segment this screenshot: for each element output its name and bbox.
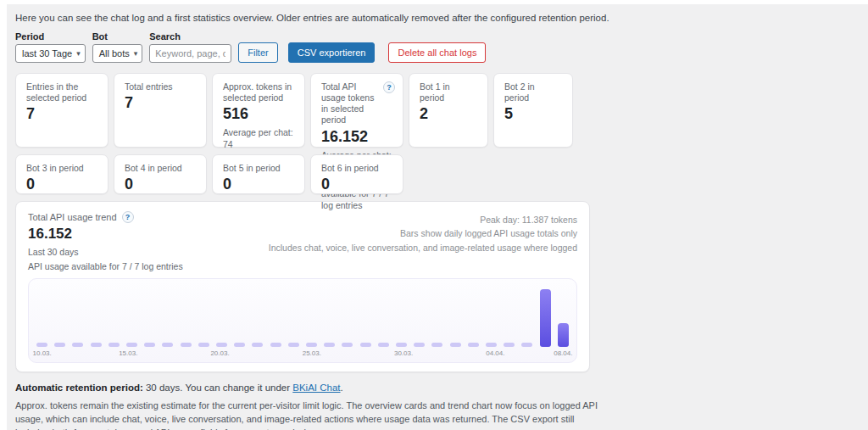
- stat-card-value: 0: [26, 176, 97, 193]
- stat-card-bot2: Bot 2 in period 5: [493, 73, 573, 148]
- period-field: Period last 30 Tage ▾: [15, 31, 86, 63]
- help-icon[interactable]: ?: [122, 211, 134, 223]
- chart-bar-zero: [450, 343, 461, 347]
- stat-card-value: 16.152: [321, 128, 392, 146]
- period-select[interactable]: last 30 Tage ▾: [15, 44, 86, 63]
- chart-bar-zero: [504, 343, 515, 347]
- stat-card-value: 7: [26, 105, 97, 123]
- stat-card-bot4: Bot 4 in period 0: [114, 154, 207, 194]
- chart-bar-zero: [216, 343, 227, 347]
- stat-card-title: Bot 3 in period: [26, 163, 97, 174]
- trend-header-left: Total API usage trend ? 16.152 Last 30 d…: [28, 211, 183, 271]
- api-usage-trend-card: Total API usage trend ? 16.152 Last 30 d…: [15, 201, 590, 372]
- chart-bar-zero: [162, 343, 173, 347]
- trend-header: Total API usage trend ? 16.152 Last 30 d…: [28, 211, 577, 271]
- x-axis-tick-label: 20.03.: [210, 349, 229, 357]
- stat-card-value: 0: [223, 176, 294, 193]
- help-icon[interactable]: ?: [383, 81, 395, 93]
- chart-bar-zero: [108, 343, 120, 347]
- chart-bar-zero: [342, 343, 353, 347]
- chart-bar-zero: [252, 343, 263, 347]
- stat-card-title: Entries in the selected period: [26, 81, 97, 103]
- bkiai-chat-settings-link[interactable]: BKiAI Chat: [292, 383, 340, 393]
- chart-bar-zero: [270, 343, 281, 347]
- chart-bar-zero: [521, 343, 532, 347]
- trend-title: Total API usage trend: [28, 212, 117, 222]
- stat-card-title: Bot 4 in period: [125, 163, 196, 174]
- chart-bars: [36, 286, 569, 347]
- retention-note-bold: Automatic retention period:: [15, 383, 143, 393]
- chart-bar-zero: [234, 343, 245, 347]
- stat-card-title: Bot 1 in period: [420, 81, 477, 103]
- stat-card-bot1: Bot 1 in period 2: [409, 73, 488, 148]
- search-label: Search: [149, 31, 231, 42]
- intro-text: Here you can see the chat log and a firs…: [15, 13, 864, 23]
- trend-note-bars: Bars show daily logged API usage totals …: [269, 226, 577, 240]
- stat-card-value: 7: [125, 94, 196, 112]
- chart-bar-zero: [468, 343, 479, 347]
- bot-field: Bot All bots ▾: [92, 31, 143, 63]
- stat-card-value: 2: [420, 105, 477, 123]
- stat-card-bot5: Bot 5 in period 0: [212, 154, 305, 194]
- chart-bar-zero: [306, 343, 317, 347]
- stat-card-entries-period: Entries in the selected period 7: [15, 73, 108, 148]
- filter-button[interactable]: Filter: [238, 42, 277, 63]
- trend-subtext: API usage available for 7 / 7 log entrie…: [28, 261, 183, 271]
- stat-card-title: Total entries: [125, 81, 196, 92]
- stat-card-title: Bot 2 in period: [504, 81, 562, 103]
- stat-card-title: Approx. tokens in selected period: [223, 81, 294, 103]
- stat-card-title: Bot 6 in period: [321, 163, 392, 174]
- api-usage-bar-chart: 10.03.15.03.20.03.25.03.30.03.04.04.08.0…: [28, 278, 577, 363]
- stat-card-value: 516: [223, 105, 294, 123]
- bot-label: Bot: [92, 31, 143, 42]
- chevron-down-icon: ▾: [76, 50, 81, 58]
- retention-note-end: .: [341, 383, 343, 393]
- chart-bar: [540, 289, 551, 347]
- search-field: Search: [149, 31, 231, 63]
- stat-cards-row-2: Bot 3 in period 0 Bot 4 in period 0 Bot …: [15, 154, 864, 194]
- chart-bar-zero: [486, 343, 497, 347]
- chart-x-axis-ticks: 10.03.15.03.20.03.25.03.30.03.04.04.08.0…: [36, 349, 569, 358]
- stat-card-title: Bot 5 in period: [223, 163, 294, 174]
- tokens-description: Approx. tokens remain the existing estim…: [15, 399, 609, 430]
- trend-note-peak: Peak day: 11.387 tokens: [269, 213, 577, 226]
- chart-bar-zero: [431, 343, 442, 347]
- chart-bar-zero: [54, 343, 65, 347]
- x-axis-tick-label: 30.03.: [394, 349, 413, 357]
- x-axis-tick-label: 08.04.: [554, 349, 572, 357]
- x-axis-tick-label: 15.03.: [119, 349, 137, 357]
- chart-bar-zero: [126, 343, 137, 347]
- x-axis-tick-label: 10.03.: [33, 349, 52, 357]
- bot-select-value: All bots: [99, 48, 130, 59]
- trend-note-includes: Includes chat, voice, live conversation,…: [269, 241, 577, 254]
- bot-select[interactable]: All bots ▾: [92, 44, 143, 63]
- x-axis-tick-label: 04.04.: [486, 349, 504, 357]
- chart-bar-zero: [414, 343, 425, 347]
- delete-all-chat-logs-button[interactable]: Delete all chat logs: [388, 42, 486, 63]
- retention-note: Automatic retention period: 30 days. You…: [15, 383, 864, 393]
- chart-bar-zero: [324, 343, 335, 347]
- chart-bar-zero: [360, 343, 371, 347]
- search-input[interactable]: [149, 44, 231, 63]
- trend-subtext: Last 30 days: [28, 247, 183, 257]
- stat-card-api-usage-tokens: ? Total API usage tokens in selected per…: [310, 73, 403, 148]
- stat-card-approx-tokens: Approx. tokens in selected period 516 Av…: [212, 73, 305, 148]
- stat-card-value: 0: [321, 176, 392, 193]
- csv-export-button[interactable]: CSV exportieren: [288, 42, 376, 63]
- chart-bar-zero: [91, 343, 102, 347]
- chart-bar-zero: [198, 343, 209, 347]
- chart-bar: [558, 323, 569, 347]
- x-axis-tick-label: 25.03.: [303, 349, 321, 357]
- trend-notes: Peak day: 11.387 tokens Bars show daily …: [269, 213, 577, 271]
- retention-note-mid: 30 days. You can change it under: [143, 383, 292, 393]
- period-select-value: last 30 Tage: [22, 48, 72, 59]
- filter-bar: Period last 30 Tage ▾ Bot All bots ▾ Sea…: [15, 31, 864, 63]
- stat-card-bot3: Bot 3 in period 0: [15, 154, 108, 194]
- chart-bar-zero: [378, 343, 389, 347]
- chart-bar-zero: [144, 343, 155, 347]
- stat-card-subtext: Average per chat: 74: [223, 127, 294, 150]
- stat-card-bot6: Bot 6 in period 0: [310, 154, 403, 194]
- stat-card-value: 0: [125, 176, 196, 193]
- stat-card-total-entries: Total entries 7: [114, 73, 207, 148]
- admin-content: Here you can see the chat log and a firs…: [7, 4, 868, 430]
